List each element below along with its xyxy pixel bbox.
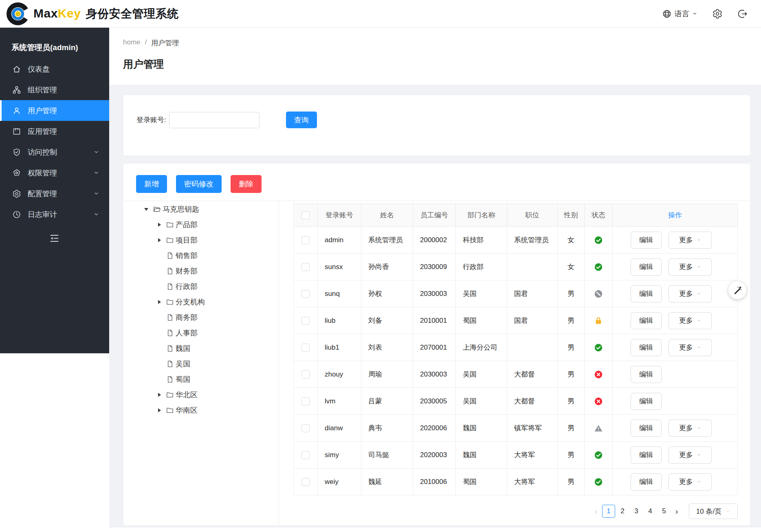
col-account: 登录账号 bbox=[318, 204, 361, 227]
row-checkbox[interactable] bbox=[301, 451, 310, 459]
page-3-button[interactable]: 3 bbox=[630, 505, 643, 518]
tree-node[interactable]: 华南区 bbox=[156, 403, 279, 418]
select-all-checkbox[interactable] bbox=[301, 211, 310, 219]
login-account-input[interactable] bbox=[169, 112, 260, 128]
cell-account: admin bbox=[318, 227, 361, 254]
edit-button[interactable]: 编辑 bbox=[631, 285, 662, 302]
language-menu[interactable]: 语言 bbox=[662, 9, 697, 19]
more-button[interactable]: 更多 bbox=[669, 473, 712, 490]
search-panel: 登录账号: 查询 bbox=[123, 95, 750, 155]
row-checkbox[interactable] bbox=[301, 290, 310, 298]
logout-button[interactable] bbox=[737, 9, 748, 19]
tree-node[interactable]: 吴国 bbox=[156, 356, 279, 372]
more-button[interactable]: 更多 bbox=[669, 312, 712, 329]
sidebar-item-dashboard[interactable]: 仪表盘 bbox=[0, 59, 109, 79]
status-active-icon bbox=[594, 343, 603, 352]
page-4-button[interactable]: 4 bbox=[644, 505, 657, 518]
sidebar-item-configuration[interactable]: 配置管理 bbox=[0, 183, 109, 204]
row-checkbox[interactable] bbox=[301, 344, 310, 352]
more-button[interactable]: 更多 bbox=[669, 447, 712, 464]
edit-button[interactable]: 编辑 bbox=[631, 258, 662, 276]
sidebar-item-users[interactable]: 用户管理 bbox=[0, 100, 109, 121]
sidebar-item-organization[interactable]: 组织管理 bbox=[0, 79, 109, 100]
edit-button[interactable]: 编辑 bbox=[631, 339, 662, 356]
tree-node[interactable]: 产品部 bbox=[156, 217, 279, 232]
delete-button[interactable]: 删除 bbox=[231, 175, 262, 193]
cell-position bbox=[507, 254, 558, 280]
brand-key: Key bbox=[58, 7, 81, 20]
page-1-button[interactable]: 1 bbox=[602, 505, 615, 518]
query-button[interactable]: 查询 bbox=[286, 112, 317, 128]
page-header: home / 用户管理 用户管理 bbox=[109, 28, 761, 85]
sidebar-item-label: 权限管理 bbox=[28, 168, 57, 178]
sidebar-item-access-control[interactable]: 访问控制 bbox=[0, 142, 109, 162]
sidebar-item-permissions[interactable]: 权限管理 bbox=[0, 162, 109, 183]
caret-down-icon[interactable] bbox=[143, 208, 149, 211]
row-checkbox[interactable] bbox=[301, 424, 310, 432]
cell-employee-no: 2030005 bbox=[413, 388, 456, 415]
row-checkbox[interactable] bbox=[301, 478, 310, 486]
chevron-down-icon bbox=[697, 426, 701, 430]
tree-node[interactable]: 项目部 bbox=[156, 232, 279, 248]
caret-right-icon[interactable] bbox=[156, 300, 162, 304]
next-page-button[interactable]: › bbox=[671, 506, 682, 516]
dashboard-icon bbox=[12, 65, 21, 74]
edit-button[interactable]: 编辑 bbox=[631, 232, 662, 249]
more-button[interactable]: 更多 bbox=[669, 232, 712, 249]
edit-button[interactable]: 编辑 bbox=[631, 366, 662, 383]
edit-button[interactable]: 编辑 bbox=[631, 473, 662, 490]
sidebar-item-audit[interactable]: 日志审计 bbox=[0, 204, 109, 225]
tree-node[interactable]: 销售部 bbox=[156, 248, 279, 263]
change-password-button[interactable]: 密码修改 bbox=[176, 175, 222, 193]
edit-button[interactable]: 编辑 bbox=[631, 447, 662, 464]
cell-employee-no: 2010001 bbox=[413, 307, 456, 334]
tree-node[interactable]: 人事部 bbox=[156, 325, 279, 341]
tree-node[interactable]: 财务部 bbox=[156, 263, 279, 279]
tree-node[interactable]: 魏国 bbox=[156, 341, 279, 356]
collapse-sidebar-button[interactable] bbox=[49, 233, 60, 245]
page-size-select[interactable]: 10 条/页 bbox=[689, 504, 738, 519]
more-button[interactable]: 更多 bbox=[669, 258, 712, 276]
tree-node[interactable]: 行政部 bbox=[156, 279, 279, 294]
more-label: 更多 bbox=[679, 235, 693, 245]
page-2-button[interactable]: 2 bbox=[616, 505, 629, 518]
chevron-down-icon bbox=[697, 291, 701, 296]
cell-gender: 男 bbox=[558, 388, 585, 415]
more-button[interactable]: 更多 bbox=[669, 420, 712, 437]
tree-node[interactable]: 蜀国 bbox=[156, 372, 279, 387]
floating-tool-button[interactable] bbox=[728, 281, 746, 299]
row-checkbox[interactable] bbox=[301, 317, 310, 325]
edit-button[interactable]: 编辑 bbox=[631, 312, 662, 329]
settings-button[interactable] bbox=[712, 9, 723, 19]
row-checkbox[interactable] bbox=[301, 370, 310, 379]
chevron-down-icon bbox=[697, 265, 701, 269]
cell-gender: 男 bbox=[558, 280, 585, 307]
sidebar-item-applications[interactable]: 应用管理 bbox=[0, 121, 109, 142]
caret-right-icon[interactable] bbox=[156, 393, 162, 397]
caret-right-icon[interactable] bbox=[156, 223, 162, 227]
more-button[interactable]: 更多 bbox=[669, 339, 712, 356]
tree-node-root[interactable]: 马克思钥匙 bbox=[143, 201, 279, 217]
tree-node[interactable]: 分支机构 bbox=[156, 294, 279, 310]
edit-button[interactable]: 编辑 bbox=[631, 393, 662, 410]
row-checkbox[interactable] bbox=[301, 236, 310, 244]
tree-node[interactable]: 商务部 bbox=[156, 310, 279, 325]
caret-right-icon[interactable] bbox=[156, 408, 162, 412]
add-user-button[interactable]: 新增 bbox=[136, 175, 167, 193]
breadcrumb-home-link[interactable]: home bbox=[123, 38, 141, 48]
page-size-label: 10 条/页 bbox=[696, 507, 721, 516]
tree-node[interactable]: 华北区 bbox=[156, 387, 279, 403]
organization-icon bbox=[12, 85, 21, 94]
row-checkbox[interactable] bbox=[301, 397, 310, 405]
tree-node-label: 蜀国 bbox=[176, 374, 190, 384]
row-checkbox[interactable] bbox=[301, 263, 310, 271]
more-label: 更多 bbox=[679, 262, 693, 271]
prev-page-button[interactable]: ‹ bbox=[590, 506, 602, 516]
edit-button[interactable]: 编辑 bbox=[631, 420, 662, 437]
caret-right-icon[interactable] bbox=[156, 238, 162, 242]
users-table: 登录账号 姓名 员工编号 部门名称 职位 性别 状态 操作 bbox=[293, 204, 738, 495]
more-button[interactable]: 更多 bbox=[669, 285, 712, 302]
chevron-down-icon bbox=[697, 479, 701, 484]
page-5-button[interactable]: 5 bbox=[658, 505, 671, 518]
cell-name: 孙尚香 bbox=[361, 254, 413, 280]
